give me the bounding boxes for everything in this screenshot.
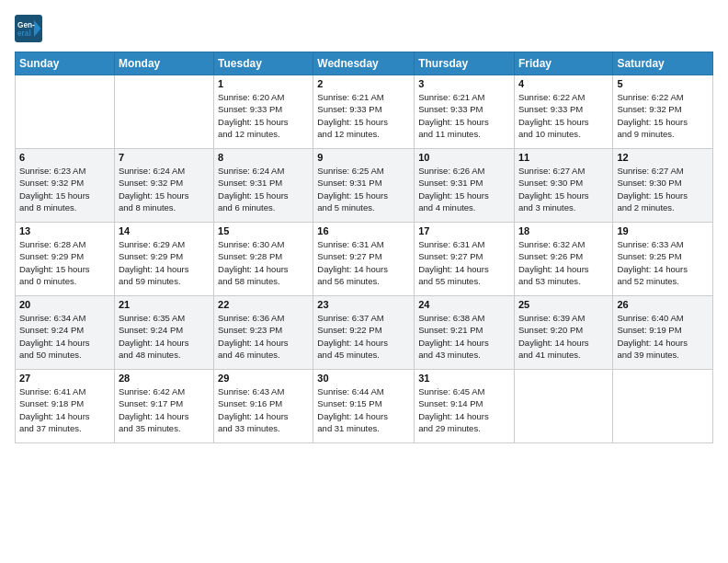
calendar-cell [514, 370, 612, 443]
day-info: Sunrise: 6:34 AM Sunset: 9:24 PM Dayligh… [19, 312, 110, 361]
calendar-table: SundayMondayTuesdayWednesdayThursdayFrid… [15, 52, 713, 443]
svg-text:Gen-: Gen- [17, 21, 35, 29]
day-info: Sunrise: 6:29 AM Sunset: 9:29 PM Dayligh… [119, 238, 210, 287]
day-info: Sunrise: 6:24 AM Sunset: 9:32 PM Dayligh… [119, 165, 210, 213]
day-number: 13 [19, 225, 110, 236]
day-number: 11 [518, 152, 609, 163]
weekday-header: Saturday [613, 52, 713, 75]
day-info: Sunrise: 6:38 AM Sunset: 9:21 PM Dayligh… [418, 312, 510, 361]
day-number: 31 [418, 373, 510, 384]
day-number: 23 [317, 299, 410, 310]
day-number: 16 [317, 225, 410, 236]
day-number: 7 [119, 152, 210, 163]
day-number: 22 [218, 299, 309, 310]
day-number: 25 [518, 299, 609, 310]
day-info: Sunrise: 6:41 AM Sunset: 9:18 PM Dayligh… [19, 385, 110, 434]
page-header: Gen- eral [15, 15, 713, 42]
day-info: Sunrise: 6:43 AM Sunset: 9:16 PM Dayligh… [218, 385, 309, 434]
day-number: 8 [218, 152, 309, 163]
day-info: Sunrise: 6:33 AM Sunset: 9:25 PM Dayligh… [617, 238, 709, 287]
weekday-header: Friday [514, 52, 612, 75]
calendar-cell: 27Sunrise: 6:41 AM Sunset: 9:18 PM Dayli… [16, 370, 115, 443]
calendar-cell: 23Sunrise: 6:37 AM Sunset: 9:22 PM Dayli… [313, 296, 415, 370]
day-info: Sunrise: 6:23 AM Sunset: 9:32 PM Dayligh… [19, 165, 110, 213]
day-info: Sunrise: 6:37 AM Sunset: 9:22 PM Dayligh… [317, 312, 410, 361]
day-info: Sunrise: 6:45 AM Sunset: 9:14 PM Dayligh… [418, 385, 510, 434]
day-number: 4 [518, 78, 609, 89]
day-info: Sunrise: 6:26 AM Sunset: 9:31 PM Dayligh… [418, 165, 510, 213]
weekday-header: Sunday [16, 52, 115, 75]
day-number: 10 [418, 152, 510, 163]
day-number: 28 [119, 373, 210, 384]
calendar-cell [16, 75, 115, 149]
day-info: Sunrise: 6:31 AM Sunset: 9:27 PM Dayligh… [317, 238, 410, 287]
weekday-header: Thursday [415, 52, 515, 75]
logo: Gen- eral [15, 15, 44, 42]
day-number: 19 [617, 225, 709, 236]
calendar-cell: 26Sunrise: 6:40 AM Sunset: 9:19 PM Dayli… [613, 296, 713, 370]
calendar-cell: 24Sunrise: 6:38 AM Sunset: 9:21 PM Dayli… [415, 296, 515, 370]
day-number: 14 [119, 225, 210, 236]
day-number: 5 [617, 78, 709, 89]
calendar-cell: 20Sunrise: 6:34 AM Sunset: 9:24 PM Dayli… [16, 296, 115, 370]
calendar-cell: 12Sunrise: 6:27 AM Sunset: 9:30 PM Dayli… [613, 149, 713, 223]
calendar-cell: 11Sunrise: 6:27 AM Sunset: 9:30 PM Dayli… [514, 149, 612, 223]
calendar-cell: 5Sunrise: 6:22 AM Sunset: 9:32 PM Daylig… [613, 75, 713, 149]
day-number: 24 [418, 299, 510, 310]
day-info: Sunrise: 6:40 AM Sunset: 9:19 PM Dayligh… [617, 312, 709, 361]
day-number: 3 [418, 78, 510, 89]
calendar-cell: 10Sunrise: 6:26 AM Sunset: 9:31 PM Dayli… [415, 149, 515, 223]
day-number: 29 [218, 373, 309, 384]
calendar-cell: 31Sunrise: 6:45 AM Sunset: 9:14 PM Dayli… [415, 370, 515, 443]
weekday-header: Tuesday [214, 52, 313, 75]
calendar-cell: 17Sunrise: 6:31 AM Sunset: 9:27 PM Dayli… [415, 223, 515, 296]
day-number: 27 [19, 373, 110, 384]
logo-icon: Gen- eral [15, 15, 42, 42]
day-info: Sunrise: 6:28 AM Sunset: 9:29 PM Dayligh… [19, 238, 110, 287]
calendar-cell: 6Sunrise: 6:23 AM Sunset: 9:32 PM Daylig… [16, 149, 115, 223]
day-info: Sunrise: 6:27 AM Sunset: 9:30 PM Dayligh… [617, 165, 709, 213]
day-info: Sunrise: 6:27 AM Sunset: 9:30 PM Dayligh… [518, 165, 609, 213]
weekday-header: Monday [114, 52, 213, 75]
calendar-cell: 13Sunrise: 6:28 AM Sunset: 9:29 PM Dayli… [16, 223, 115, 296]
day-info: Sunrise: 6:30 AM Sunset: 9:28 PM Dayligh… [218, 238, 309, 287]
day-number: 17 [418, 225, 510, 236]
day-number: 6 [19, 152, 110, 163]
day-info: Sunrise: 6:31 AM Sunset: 9:27 PM Dayligh… [418, 238, 510, 287]
day-number: 15 [218, 225, 309, 236]
day-info: Sunrise: 6:32 AM Sunset: 9:26 PM Dayligh… [518, 238, 609, 287]
calendar-cell: 2Sunrise: 6:21 AM Sunset: 9:33 PM Daylig… [313, 75, 415, 149]
weekday-header: Wednesday [313, 52, 415, 75]
calendar-cell: 22Sunrise: 6:36 AM Sunset: 9:23 PM Dayli… [214, 296, 313, 370]
day-info: Sunrise: 6:21 AM Sunset: 9:33 PM Dayligh… [317, 91, 410, 140]
day-info: Sunrise: 6:24 AM Sunset: 9:31 PM Dayligh… [218, 165, 309, 213]
day-number: 21 [119, 299, 210, 310]
calendar-cell [114, 75, 213, 149]
day-info: Sunrise: 6:36 AM Sunset: 9:23 PM Dayligh… [218, 312, 309, 361]
calendar-cell: 29Sunrise: 6:43 AM Sunset: 9:16 PM Dayli… [214, 370, 313, 443]
calendar-cell: 28Sunrise: 6:42 AM Sunset: 9:17 PM Dayli… [114, 370, 213, 443]
day-number: 20 [19, 299, 110, 310]
day-number: 18 [518, 225, 609, 236]
calendar-cell: 19Sunrise: 6:33 AM Sunset: 9:25 PM Dayli… [613, 223, 713, 296]
day-number: 12 [617, 152, 709, 163]
calendar-cell: 1Sunrise: 6:20 AM Sunset: 9:33 PM Daylig… [214, 75, 313, 149]
calendar-cell: 4Sunrise: 6:22 AM Sunset: 9:33 PM Daylig… [514, 75, 612, 149]
calendar-cell: 3Sunrise: 6:21 AM Sunset: 9:33 PM Daylig… [415, 75, 515, 149]
day-info: Sunrise: 6:22 AM Sunset: 9:33 PM Dayligh… [518, 91, 609, 140]
day-number: 9 [317, 152, 410, 163]
day-info: Sunrise: 6:42 AM Sunset: 9:17 PM Dayligh… [119, 385, 210, 434]
day-info: Sunrise: 6:39 AM Sunset: 9:20 PM Dayligh… [518, 312, 609, 361]
day-info: Sunrise: 6:25 AM Sunset: 9:31 PM Dayligh… [317, 165, 410, 213]
calendar-cell: 8Sunrise: 6:24 AM Sunset: 9:31 PM Daylig… [214, 149, 313, 223]
day-number: 2 [317, 78, 410, 89]
calendar-cell: 18Sunrise: 6:32 AM Sunset: 9:26 PM Dayli… [514, 223, 612, 296]
calendar-cell: 16Sunrise: 6:31 AM Sunset: 9:27 PM Dayli… [313, 223, 415, 296]
calendar-cell: 25Sunrise: 6:39 AM Sunset: 9:20 PM Dayli… [514, 296, 612, 370]
day-number: 1 [218, 78, 309, 89]
day-info: Sunrise: 6:21 AM Sunset: 9:33 PM Dayligh… [418, 91, 510, 140]
calendar-cell [613, 370, 713, 443]
day-number: 30 [317, 373, 410, 384]
day-info: Sunrise: 6:35 AM Sunset: 9:24 PM Dayligh… [119, 312, 210, 361]
calendar-cell: 21Sunrise: 6:35 AM Sunset: 9:24 PM Dayli… [114, 296, 213, 370]
